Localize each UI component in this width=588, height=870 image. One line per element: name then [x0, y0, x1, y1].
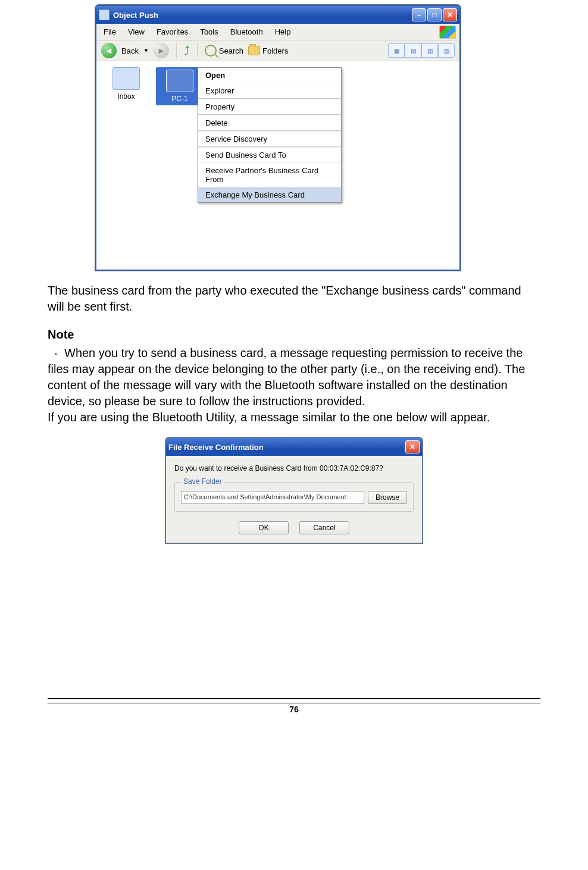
search-button[interactable]: Search — [205, 45, 243, 57]
object-push-window: Object Push – □ ✕ File View Favorites To… — [95, 5, 461, 271]
paragraph: The business card from the party who exe… — [48, 283, 540, 315]
menu-file[interactable]: File — [104, 27, 116, 36]
titlebar[interactable]: Object Push – □ ✕ — [96, 6, 459, 24]
menu-exchange-card[interactable]: Exchange My Business Card — [198, 187, 341, 202]
dialog-close-button[interactable]: ✕ — [405, 440, 420, 453]
window-body: Inbox PC-1 Open Explorer Property Delete… — [96, 61, 459, 270]
save-path-input[interactable]: C:\Documents and Settings\Administrator\… — [181, 491, 364, 504]
search-icon — [205, 45, 217, 57]
back-dropdown-icon[interactable]: ▼ — [143, 48, 149, 54]
dialog-titlebar[interactable]: File Receive Confirmation ✕ — [166, 438, 422, 456]
view-details-button[interactable]: ▥ — [421, 43, 438, 58]
maximize-button[interactable]: □ — [427, 8, 442, 21]
back-icon[interactable]: ◄ — [101, 43, 117, 58]
dialog-title: File Receive Confirmation — [168, 443, 264, 452]
ok-button[interactable]: OK — [239, 521, 289, 534]
page-number: 76 — [48, 705, 540, 714]
item-label: Inbox — [117, 92, 135, 101]
note-bullet: ·When you try to send a business card, a… — [48, 345, 540, 409]
menu-help[interactable]: Help — [275, 27, 291, 36]
menu-favorites[interactable]: Favorites — [157, 27, 188, 36]
menu-tools[interactable]: Tools — [200, 27, 218, 36]
file-receive-dialog: File Receive Confirmation ✕ Do you want … — [165, 437, 423, 543]
view-list-button[interactable]: ▤ — [405, 43, 421, 58]
separator — [197, 43, 198, 58]
item-inbox[interactable]: Inbox — [102, 67, 150, 101]
menu-bar: File View Favorites Tools Bluetooth Help — [96, 24, 459, 40]
view-icons-button[interactable]: ▦ — [388, 43, 405, 58]
menu-view[interactable]: View — [128, 27, 145, 36]
back-label[interactable]: Back — [121, 46, 139, 55]
app-icon — [99, 10, 110, 20]
close-button[interactable]: ✕ — [443, 8, 457, 21]
window-title: Object Push — [113, 11, 158, 20]
dialog-message: Do you want to receive a Business Card f… — [174, 464, 414, 472]
minimize-button[interactable]: – — [412, 8, 426, 21]
menu-bluetooth[interactable]: Bluetooth — [230, 27, 263, 36]
folders-button[interactable]: Folders — [248, 46, 288, 55]
windows-flag-icon — [439, 26, 456, 39]
forward-icon[interactable]: ► — [154, 43, 169, 58]
up-icon[interactable]: ⤴ — [184, 44, 190, 58]
search-label: Search — [219, 46, 243, 55]
page-footer: 76 — [48, 698, 540, 714]
inbox-icon — [112, 67, 140, 90]
paragraph: If you are using the Bluetooth Utility, … — [48, 409, 540, 425]
item-pc1[interactable]: PC-1 — [156, 67, 204, 105]
menu-open[interactable]: Open — [198, 68, 341, 83]
note-text: When you try to send a business card, a … — [48, 346, 525, 408]
toolbar: ◄ Back ▼ ► ⤴ Search Folders ▦ ▤ ▥ ▧ — [96, 40, 459, 61]
separator — [176, 43, 177, 58]
menu-property[interactable]: Property — [198, 99, 341, 114]
view-thumb-button[interactable]: ▧ — [438, 43, 455, 58]
browse-button[interactable]: Browse — [368, 491, 407, 504]
cancel-button[interactable]: Cancel — [299, 521, 349, 534]
view-mode-buttons: ▦ ▤ ▥ ▧ — [388, 43, 455, 58]
bullet-icon: · — [48, 345, 64, 361]
save-folder-group: Save Folder C:\Documents and Settings\Ad… — [174, 482, 414, 512]
fieldset-legend: Save Folder — [181, 477, 224, 486]
menu-send-card[interactable]: Send Business Card To — [198, 147, 341, 162]
item-label: PC-1 — [171, 95, 187, 103]
context-menu: Open Explorer Property Delete Service Di… — [198, 67, 342, 203]
menu-service-discovery[interactable]: Service Discovery — [198, 131, 341, 146]
menu-explorer[interactable]: Explorer — [198, 83, 341, 98]
computer-icon — [166, 70, 193, 92]
menu-receive-card[interactable]: Receive Partner's Business Card From — [198, 162, 341, 187]
folder-icon — [248, 46, 260, 55]
menu-delete[interactable]: Delete — [198, 115, 341, 130]
note-heading: Note — [48, 327, 540, 343]
folders-label: Folders — [262, 46, 288, 55]
